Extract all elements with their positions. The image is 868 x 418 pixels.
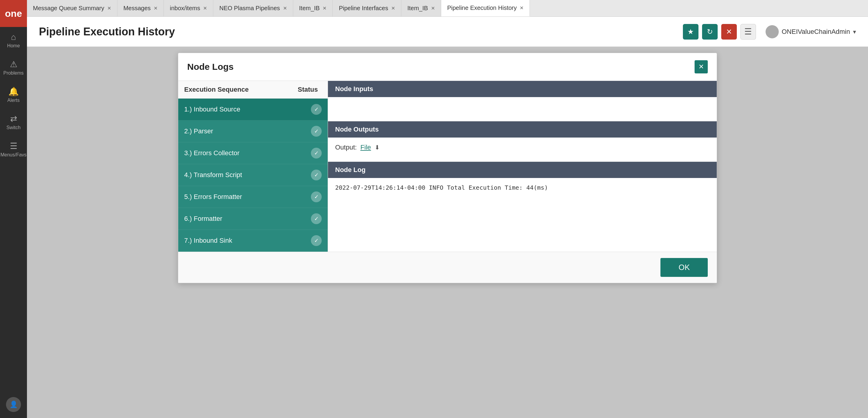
- tab-label: Message Queue Summary: [33, 5, 104, 12]
- sidebar-item-menus[interactable]: ☰ Menus/Favs: [0, 136, 27, 163]
- checkmark-icon-2: ✓: [311, 126, 322, 137]
- tab-label: inbox/items: [170, 5, 200, 12]
- execution-sequence-panel: Execution Sequence Status 1.) Inbound So…: [178, 81, 328, 252]
- username-label: ONEIValueChainAdmin: [782, 28, 850, 36]
- exec-row-3[interactable]: 3.) Errors Collector ✓: [178, 142, 328, 164]
- output-file-link[interactable]: File: [360, 144, 371, 151]
- tab-label: Pipeline Execution History: [447, 4, 517, 11]
- exec-row-label-2: 2.) Parser: [184, 127, 311, 135]
- refresh-button[interactable]: ↻: [702, 24, 718, 39]
- dropdown-chevron-icon[interactable]: ▾: [853, 28, 856, 35]
- exec-row-4[interactable]: 4.) Transform Script ✓: [178, 164, 328, 186]
- col-execution-sequence: Execution Sequence: [184, 86, 298, 93]
- tab-pipeline-interfaces[interactable]: Pipeline Interfaces ✕: [333, 0, 401, 17]
- sidebar-item-problems[interactable]: ⚠ Problems: [0, 54, 27, 81]
- sidebar-item-label-home: Home: [7, 43, 20, 49]
- header-actions: ★ ↻ ✕ ☰ ONEIValueChainAdmin ▾: [683, 24, 856, 39]
- exec-row-5[interactable]: 5.) Errors Formatter ✓: [178, 186, 328, 208]
- node-log-text: 2022-07-29T14:26:14-04:00 INFO Total Exe…: [335, 184, 548, 191]
- tab-close-icon[interactable]: ✕: [322, 5, 327, 11]
- exec-row-6[interactable]: 6.) Formatter ✓: [178, 208, 328, 230]
- home-icon: ⌂: [11, 32, 16, 42]
- modal-body: Execution Sequence Status 1.) Inbound So…: [178, 81, 717, 252]
- node-outputs-body: Output: File ⬇: [328, 138, 717, 161]
- main-content: Node Logs ✕ Execution Sequence Status 1.…: [27, 47, 868, 418]
- modal-footer: OK: [178, 252, 717, 283]
- ok-button[interactable]: OK: [660, 258, 708, 277]
- execution-rows: 1.) Inbound Source ✓ 2.) Parser ✓ 3.) Er…: [178, 98, 328, 252]
- output-label: Output:: [335, 144, 357, 151]
- tab-label: Item_IB: [407, 5, 428, 12]
- node-log-section: Node Log 2022-07-29T14:26:14-04:00 INFO …: [328, 162, 717, 252]
- sidebar-item-home[interactable]: ⌂ Home: [0, 27, 27, 54]
- checkmark-icon-7: ✓: [311, 235, 322, 246]
- tab-close-icon[interactable]: ✕: [431, 5, 435, 11]
- alerts-icon: 🔔: [8, 87, 19, 96]
- exec-panel-header: Execution Sequence Status: [178, 81, 328, 98]
- sidebar-item-label-switch: Switch: [6, 125, 20, 130]
- tab-messages[interactable]: Messages ✕: [117, 0, 164, 17]
- checkmark-icon-1: ✓: [311, 104, 322, 115]
- exec-row-label-7: 7.) Inbound Sink: [184, 237, 311, 244]
- sidebar-item-label-alerts: Alerts: [7, 98, 20, 103]
- app-logo[interactable]: one: [0, 0, 27, 27]
- tab-neo-plasma[interactable]: NEO Plasma Pipelines ✕: [213, 0, 293, 17]
- download-icon[interactable]: ⬇: [375, 144, 380, 151]
- header: Pipeline Execution History ★ ↻ ✕ ☰ ONEIV…: [27, 17, 868, 47]
- sidebar-item-switch[interactable]: ⇄ Switch: [0, 109, 27, 136]
- modal-close-button[interactable]: ✕: [694, 60, 708, 73]
- tab-inbox-items[interactable]: inbox/items ✕: [164, 0, 213, 17]
- modal-title: Node Logs: [187, 62, 234, 72]
- problems-icon: ⚠: [10, 59, 18, 69]
- tab-label: Item_IB: [299, 5, 320, 12]
- close-button[interactable]: ✕: [721, 24, 737, 39]
- tab-label: Messages: [123, 5, 151, 12]
- sidebar-item-label-menus: Menus/Favs: [0, 152, 26, 158]
- user-avatar: [766, 25, 779, 38]
- col-status: Status: [298, 86, 322, 93]
- tab-message-queue-summary[interactable]: Message Queue Summary ✕: [27, 0, 117, 17]
- node-log-header: Node Log: [328, 162, 717, 178]
- sidebar-item-label-problems: Problems: [3, 70, 24, 76]
- exec-row-2[interactable]: 2.) Parser ✓: [178, 120, 328, 142]
- checkmark-icon-5: ✓: [311, 191, 322, 202]
- exec-row-label-1: 1.) Inbound Source: [184, 106, 311, 113]
- menus-icon: ☰: [10, 141, 18, 151]
- tab-close-icon[interactable]: ✕: [107, 5, 111, 11]
- menu-button[interactable]: ☰: [740, 24, 756, 39]
- tab-close-icon[interactable]: ✕: [283, 5, 287, 11]
- exec-row-label-5: 5.) Errors Formatter: [184, 193, 311, 201]
- tab-close-icon[interactable]: ✕: [391, 5, 395, 11]
- node-inputs-section: Node Inputs: [328, 81, 717, 121]
- tab-label: NEO Plasma Pipelines: [219, 5, 280, 12]
- avatar: 👤: [6, 397, 21, 412]
- exec-row-label-6: 6.) Formatter: [184, 215, 311, 222]
- exec-row-7[interactable]: 7.) Inbound Sink ✓: [178, 230, 328, 252]
- checkmark-icon-3: ✓: [311, 148, 322, 158]
- tab-close-icon[interactable]: ✕: [520, 5, 524, 11]
- tab-close-icon[interactable]: ✕: [203, 5, 207, 11]
- detail-panel: Node Inputs Node Outputs Output: File ⬇: [328, 81, 717, 252]
- tab-label: Pipeline Interfaces: [339, 5, 388, 12]
- tab-pipeline-execution-history[interactable]: Pipeline Execution History ✕: [441, 0, 530, 17]
- node-inputs-header: Node Inputs: [328, 81, 717, 97]
- node-outputs-section: Node Outputs Output: File ⬇: [328, 121, 717, 162]
- tab-bar: Message Queue Summary ✕ Messages ✕ inbox…: [0, 0, 868, 17]
- user-area: ONEIValueChainAdmin ▾: [766, 25, 856, 38]
- tab-item-ib-2[interactable]: Item_IB ✕: [401, 0, 441, 17]
- page-title: Pipeline Execution History: [39, 26, 683, 38]
- modal-backdrop: Node Logs ✕ Execution Sequence Status 1.…: [27, 47, 868, 418]
- tab-close-icon[interactable]: ✕: [154, 5, 158, 11]
- node-outputs-header: Node Outputs: [328, 121, 717, 138]
- checkmark-icon-6: ✓: [311, 213, 322, 224]
- node-logs-modal: Node Logs ✕ Execution Sequence Status 1.…: [178, 53, 717, 283]
- exec-row-label-4: 4.) Transform Script: [184, 171, 311, 179]
- tab-item-ib-1[interactable]: Item_IB ✕: [293, 0, 333, 17]
- star-button[interactable]: ★: [683, 24, 699, 39]
- node-log-body: 2022-07-29T14:26:14-04:00 INFO Total Exe…: [328, 178, 717, 252]
- modal-header: Node Logs ✕: [178, 53, 717, 81]
- sidebar-item-alerts[interactable]: 🔔 Alerts: [0, 81, 27, 109]
- checkmark-icon-4: ✓: [311, 170, 322, 180]
- sidebar: one ⌂ Home ⚠ Problems 🔔 Alerts ⇄ Switch …: [0, 0, 27, 418]
- exec-row-1[interactable]: 1.) Inbound Source ✓: [178, 98, 328, 120]
